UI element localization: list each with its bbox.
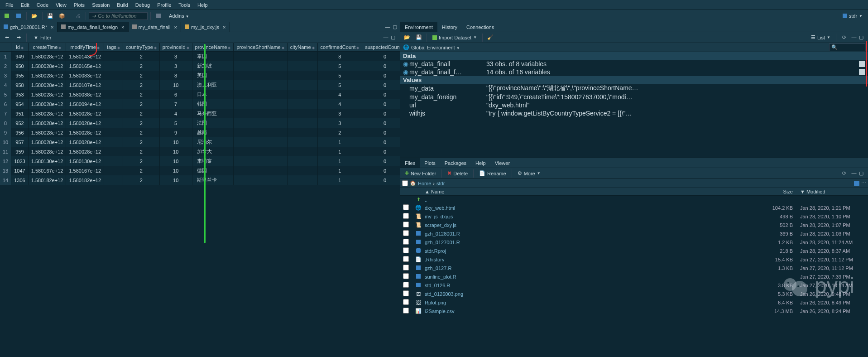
table-row[interactable]: 39551.580028e+121.580083e+1228美国500 [0,71,400,80]
menu-code[interactable]: Code [33,2,52,8]
close-tab-icon[interactable]: × [223,24,225,30]
minimize-files[interactable]: — [851,170,857,176]
grid-view-button[interactable] [153,11,163,20]
file-checkbox[interactable] [403,204,409,210]
file-row[interactable]: 📊i2Sample.csv14.3 MBJan 26, 2020, 8:24 P… [400,307,868,315]
files-tab-help[interactable]: Help [471,158,490,168]
minimize-pane[interactable]: — [383,34,389,40]
col-name[interactable]: ▲ Name [423,189,761,194]
menu-plots[interactable]: Plots [70,2,88,8]
table-row[interactable]: 49581.580028e+121.580107e+12210澳大利亚500 [0,80,400,90]
col-header-tags[interactable]: tags◆ [104,43,123,52]
menu-help[interactable]: Help [194,2,211,8]
close-tab-icon[interactable]: × [174,24,177,30]
view-data-icon[interactable] [859,69,865,75]
col-size[interactable]: Size [761,189,793,194]
col-header-countryType[interactable]: countryType◆ [123,43,159,52]
source-tab[interactable]: my_js_dxy.js× [181,22,230,32]
file-checkbox[interactable] [403,265,409,270]
env-data-item[interactable]: ◉my_data_finall33 obs. of 8 variables [400,60,868,68]
table-row[interactable]: 79511.580028e+121.580028e+1224马来西亚300 [0,109,400,118]
file-row[interactable]: stdr.Rproj218 BJan 28, 2020, 8:37 AM [400,246,868,255]
maximize-files[interactable]: ▢ [858,170,864,176]
source-tab[interactable]: gzh_0128001.R*× [0,22,58,32]
env-value-item[interactable]: withjs"try { window.getListByCountryType… [400,109,868,117]
menu-build[interactable]: Build [113,2,131,8]
file-row[interactable]: sunline_plot.RJan 27, 2020, 7:39 PM [400,272,868,281]
file-checkbox[interactable] [403,282,409,288]
col-header-provinceId[interactable]: provinceId◆ [159,43,192,52]
expand-icon[interactable]: ◉ [403,60,409,68]
file-row[interactable]: 📜my_js_dxy.js498 BJan 28, 2020, 1:10 PM [400,212,868,221]
close-tab-icon[interactable]: × [121,24,124,30]
col-header-rownum[interactable] [0,43,11,52]
file-row[interactable]: gzh_0127001.R1.2 KBJan 28, 2020, 11:24 A… [400,238,868,246]
file-checkbox[interactable] [403,290,409,296]
files-tab-files[interactable]: Files [400,158,420,168]
new-file-button[interactable] [2,11,12,20]
scope-selector[interactable]: Global Environment ▼ [411,45,460,50]
maximize-env[interactable]: ▢ [858,34,864,40]
env-search-input[interactable]: 🔍 [829,43,865,51]
filter-toggle[interactable]: ▼Filter [29,34,55,42]
expand-icon[interactable]: ◉ [403,68,409,76]
select-all-checkbox[interactable] [402,180,408,186]
load-workspace-button[interactable]: 📂 [402,33,412,42]
env-value-item[interactable]: my_data_foreign"[{\"id\":949,\"createTim… [400,93,868,101]
rproj-badge[interactable] [854,181,859,186]
env-value-item[interactable]: my_data"[{\"provinceName\":\"湖北省\",\"pro… [400,84,868,93]
files-tab-packages[interactable]: Packages [440,158,471,168]
addins-dropdown[interactable]: Addins ▼ [165,12,193,19]
file-checkbox[interactable] [403,230,409,236]
file-row[interactable]: 🖼Rplot.png6.4 KBJan 26, 2020, 8:49 PM [400,298,868,307]
import-dataset-dropdown[interactable]: Import Dataset ▼ [430,34,480,41]
goto-function-input[interactable]: ➔Go to file/function [89,12,148,20]
maximize-source[interactable]: ▢ [392,24,398,30]
files-tab-plots[interactable]: Plots [420,158,440,168]
table-row[interactable]: 109571.580028e+121.580028e+12210尼泊尔100 [0,137,400,147]
breadcrumb-home[interactable]: Home [418,181,431,186]
open-file-button[interactable]: 📂 [29,11,39,20]
menu-file[interactable]: File [2,2,17,8]
col-header-id[interactable]: id◆ [11,43,28,52]
menu-view[interactable]: View [52,2,70,8]
env-tab-connections[interactable]: Connections [462,22,499,32]
env-tab-environment[interactable]: Environment [400,22,437,32]
home-icon[interactable]: 🏠 [410,180,416,186]
close-tab-icon[interactable]: × [51,24,53,30]
forward-button[interactable]: ➡ [14,33,24,42]
file-checkbox[interactable] [403,222,409,227]
parent-dir-row[interactable]: ⬆.. [400,196,868,203]
menu-profile[interactable]: Profile [153,2,175,8]
env-value-item[interactable]: url"dxy_web.html" [400,101,868,109]
env-tab-history[interactable]: History [437,22,462,32]
source-tab[interactable]: my_data_finall× [129,22,181,32]
table-row[interactable]: 1310471.580167e+121.580167e+12210德国100 [0,166,400,175]
minimize-env[interactable]: — [851,34,857,40]
file-row[interactable]: 🌐dxy_web.html104.2 KBJan 28, 2020, 1:21 … [400,203,868,212]
save-workspace-button[interactable]: 💾 [414,33,424,42]
table-row[interactable]: 89521.580028e+121.580028e+1225法国300 [0,118,400,128]
file-checkbox[interactable] [403,308,409,314]
files-tab-viewer[interactable]: Viewer [490,158,514,168]
minimize-source[interactable]: — [384,24,391,30]
table-row[interactable]: 59531.580028e+121.580038e+1226日本401 [0,90,400,99]
data-viewer[interactable]: id◆createTime◆modifyTime◆tags◆countryTyp… [0,43,400,357]
menu-edit[interactable]: Edit [17,2,33,8]
env-data-item[interactable]: ◉my_data_finall_f…14 obs. of 16 variable… [400,68,868,76]
col-header-createTime[interactable]: createTime◆ [28,43,66,52]
file-row[interactable]: gzh_0128001.R369 BJan 28, 2020, 1:03 PM [400,229,868,238]
col-header-cityName[interactable]: cityName◆ [287,43,317,52]
back-button[interactable]: ⬅ [2,33,12,42]
refresh-files-button[interactable]: ⟳ [839,169,849,178]
source-tab[interactable]: my_data_finall_foreign× [58,22,128,32]
clear-workspace-button[interactable]: 🧹 [485,33,495,42]
save-all-button[interactable]: 📦 [57,11,67,20]
col-header-confirmedCount[interactable]: confirmedCount◆ [317,43,362,52]
file-checkbox[interactable] [403,213,409,219]
new-project-button[interactable] [14,11,24,20]
table-row[interactable]: 1413061.580182e+121.580182e+12210斯里兰卡100 [0,175,400,185]
more-nav-button[interactable]: ⋯ [861,180,866,186]
maximize-pane[interactable]: ▢ [390,34,396,40]
more-dropdown[interactable]: ⚙More ▼ [515,169,543,177]
